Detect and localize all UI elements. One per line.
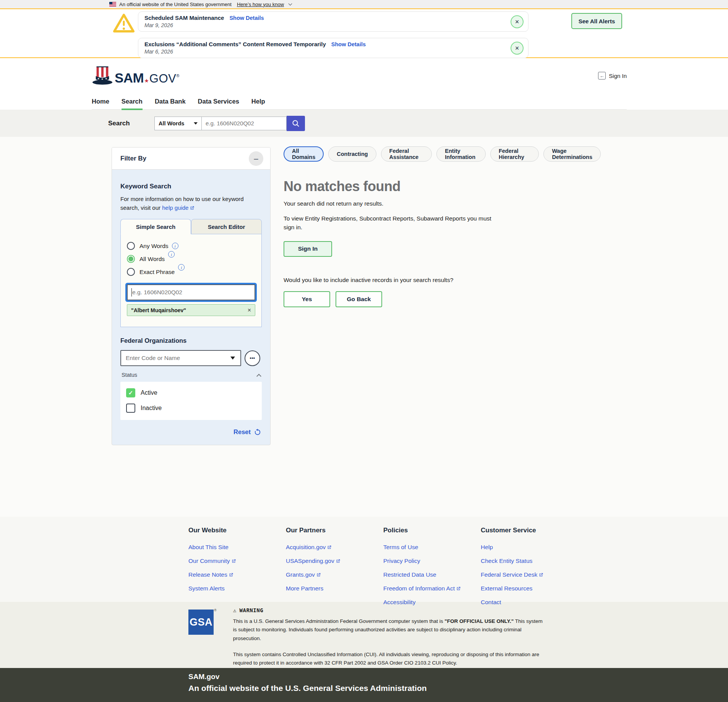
info-icon[interactable]: i: [172, 243, 178, 249]
footer-col-title: Our Partners: [286, 527, 383, 534]
yes-button[interactable]: Yes: [284, 291, 330, 307]
footer-link[interactable]: Federal Service Desk: [481, 571, 543, 578]
pill-entity-information[interactable]: Entity Information: [436, 146, 486, 162]
remove-chip-icon[interactable]: ×: [248, 307, 251, 313]
keyword-search-heading: Keyword Search: [120, 183, 262, 190]
alert-date: Mar 6, 2026: [144, 49, 505, 55]
more-options-button[interactable]: •••: [245, 350, 260, 366]
footer-col-policies: Policies Terms of Use Privacy Policy Res…: [383, 527, 481, 602]
status-section-toggle[interactable]: Status: [120, 372, 262, 378]
tab-search-editor[interactable]: Search Editor: [191, 219, 262, 234]
checkbox-active-checked[interactable]: ✓: [126, 388, 135, 397]
checkbox-label: Active: [141, 389, 157, 396]
results-area: All Domains Contracting Federal Assistan…: [284, 146, 601, 307]
reset-filters-link[interactable]: Reset: [120, 428, 262, 436]
search-input[interactable]: [202, 117, 287, 130]
radio-all-words[interactable]: [127, 255, 135, 263]
show-details-link[interactable]: Show Details: [229, 15, 264, 21]
alert-date: Mar 9, 2026: [144, 22, 505, 28]
radio-exact-phrase[interactable]: [127, 268, 135, 276]
footer-link[interactable]: Contact: [481, 599, 501, 605]
sign-in-link[interactable]: ← Sign In: [598, 72, 627, 79]
checkbox-label: Inactive: [141, 405, 162, 412]
footer-link[interactable]: External Resources: [481, 585, 532, 592]
info-icon[interactable]: i: [168, 251, 175, 258]
footer-site-subtitle: An official website of the U.S. General …: [188, 684, 728, 693]
chevron-down-icon: [289, 2, 292, 5]
sign-in-button[interactable]: Sign In: [284, 241, 332, 257]
uncle-sam-hat-icon: ★★★: [92, 66, 113, 86]
us-flag-icon: [109, 2, 116, 6]
federal-orgs-input[interactable]: [126, 355, 221, 362]
gsa-warning-section: GSA ® ⚠ WARNING This is a U.S. General S…: [0, 602, 728, 668]
footer-link[interactable]: Terms of Use: [383, 544, 418, 550]
show-details-link[interactable]: Show Details: [331, 41, 366, 47]
footer-link[interactable]: System Alerts: [188, 585, 225, 592]
svg-text:★: ★: [101, 78, 104, 81]
external-link-icon: [231, 559, 236, 564]
footer-link[interactable]: More Partners: [286, 585, 323, 592]
search-button[interactable]: [287, 116, 305, 131]
chevron-down-icon: [230, 357, 235, 360]
reset-icon: [254, 429, 261, 436]
checkbox-inactive-unchecked[interactable]: [126, 404, 135, 413]
nav-search[interactable]: Search: [122, 93, 143, 109]
external-link-icon: [538, 572, 543, 577]
pill-federal-assistance[interactable]: Federal Assistance: [381, 146, 432, 162]
close-alert-button[interactable]: ×: [511, 15, 524, 28]
footer-link[interactable]: Our Community: [188, 558, 236, 564]
status-inactive-row[interactable]: Inactive: [126, 404, 256, 413]
nav-data-services[interactable]: Data Services: [198, 93, 239, 109]
footer-link[interactable]: Acquisition.gov: [286, 544, 332, 550]
footer-link[interactable]: Help: [481, 544, 493, 550]
nav-help[interactable]: Help: [251, 93, 265, 109]
footer-col-customer-service: Customer Service Help Check Entity Statu…: [481, 527, 578, 602]
ellipsis-icon: •••: [250, 355, 255, 361]
external-link-icon: [336, 559, 340, 564]
info-icon[interactable]: i: [178, 264, 185, 271]
tab-simple-search[interactable]: Simple Search: [120, 219, 191, 234]
footer-link[interactable]: Accessibility: [383, 599, 415, 605]
federal-orgs-combobox[interactable]: [120, 350, 241, 366]
go-back-button[interactable]: Go Back: [336, 291, 382, 307]
keyword-input[interactable]: e.g. 1606N020Q02: [127, 284, 255, 300]
pill-wage-determinations[interactable]: Wage Determinations: [543, 146, 601, 162]
status-active-row[interactable]: ✓ Active: [126, 388, 256, 397]
footer-link[interactable]: Privacy Policy: [383, 558, 420, 564]
footer-link[interactable]: About This Site: [188, 544, 229, 550]
help-guide-link[interactable]: help guide: [162, 204, 195, 211]
sam-gov-logo[interactable]: ★★★ SAM ★ GOV ®: [92, 66, 179, 86]
footer-link[interactable]: Release Notes: [188, 571, 233, 578]
radio-any-words[interactable]: [127, 242, 135, 250]
sign-in-label: Sign In: [609, 73, 627, 79]
search-icon: [291, 119, 300, 128]
external-link-icon: [456, 586, 461, 591]
footer-link[interactable]: Freedom of Information Act: [383, 585, 461, 592]
main-content: Filter By – Keyword Search For more info…: [0, 137, 728, 517]
pill-federal-hierarchy[interactable]: Federal Hierarchy: [490, 146, 539, 162]
footer-col-title: Our Website: [188, 527, 286, 534]
gsa-logo: GSA: [188, 610, 214, 635]
footer-link[interactable]: Restricted Data Use: [383, 571, 436, 578]
brand-sam: SAM: [115, 70, 144, 86]
heres-how-link[interactable]: Here’s how you know: [237, 2, 284, 7]
see-all-alerts-button[interactable]: See All Alerts: [571, 13, 622, 29]
footer-link[interactable]: Grants.gov: [286, 571, 321, 578]
alert-title: Scheduled SAM Maintenance: [144, 15, 224, 21]
svg-text:★: ★: [97, 77, 100, 80]
status-label: Status: [122, 372, 137, 378]
chevron-down-icon: [194, 122, 198, 125]
chevron-up-icon: [256, 374, 261, 379]
pill-all-domains[interactable]: All Domains: [284, 146, 324, 162]
nav-home[interactable]: Home: [92, 93, 109, 109]
nav-data-bank[interactable]: Data Bank: [155, 93, 186, 109]
search-mode-select[interactable]: All Words: [154, 117, 202, 130]
keyword-placeholder: e.g. 1606N020Q02: [132, 289, 182, 296]
footer-link[interactable]: Check Entity Status: [481, 558, 532, 564]
warning-title: WARNING: [240, 607, 264, 613]
pill-contracting[interactable]: Contracting: [328, 146, 376, 162]
close-alert-button[interactable]: ×: [511, 42, 524, 55]
collapse-filters-button[interactable]: –: [249, 151, 263, 166]
footer-link[interactable]: USASpending.gov: [286, 558, 340, 564]
close-icon: ×: [515, 45, 519, 52]
